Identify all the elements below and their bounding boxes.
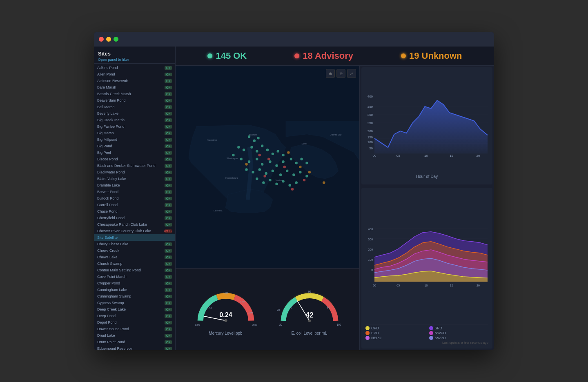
svg-text:20: 20 bbox=[477, 284, 480, 287]
sidebar-item[interactable]: Chester River Country Club LakeWARN bbox=[94, 228, 175, 234]
site-badge: OK bbox=[165, 255, 172, 259]
sidebar-item[interactable]: Deep PondOK bbox=[94, 313, 175, 319]
sidebar-item[interactable]: Beverly LakeOK bbox=[94, 110, 175, 117]
svg-text:350: 350 bbox=[368, 105, 373, 109]
site-badge: OK bbox=[165, 177, 172, 181]
map-panel[interactable]: Washington Dover Atlantic City Hagerstow… bbox=[176, 66, 359, 269]
sidebar-item[interactable]: Contee Main Settling PondOK bbox=[94, 267, 175, 273]
stat-unknown: 19 Unknown bbox=[401, 51, 462, 61]
sidebar-item[interactable]: Carroll PondOK bbox=[94, 202, 175, 208]
svg-point-16 bbox=[261, 144, 263, 147]
sidebar-item[interactable]: Brewer PondOK bbox=[94, 189, 175, 195]
site-badge: OK bbox=[165, 197, 172, 200]
sidebar-item[interactable]: Atkinson ReservoirOK bbox=[94, 78, 175, 84]
sidebar-item[interactable]: Bramble LakeOK bbox=[94, 182, 175, 189]
legend-label: CPD bbox=[371, 326, 379, 330]
sidebar-item[interactable]: Chase PondOK bbox=[94, 208, 175, 215]
sidebar-item[interactable]: Church SwampOK bbox=[94, 260, 175, 267]
left-panels: Washington Dover Atlantic City Hagerstow… bbox=[176, 66, 359, 350]
sidebar-item[interactable]: Bell MarshOK bbox=[94, 104, 175, 110]
map-fullscreen-button[interactable]: ⤢ bbox=[347, 69, 356, 78]
sidebar-item[interactable]: Chews LakeOK bbox=[94, 254, 175, 260]
sidebar-item[interactable]: Depot PondOK bbox=[94, 319, 175, 326]
sidebar-item[interactable]: Chevy Chase LakeOK bbox=[94, 241, 175, 247]
sidebar-item[interactable]: Blscoe PondOK bbox=[94, 156, 175, 162]
site-name: Chews Lake bbox=[97, 255, 163, 259]
site-name: Chase Pond bbox=[97, 209, 163, 213]
svg-text:250: 250 bbox=[368, 121, 373, 125]
svg-point-58 bbox=[299, 166, 301, 168]
svg-point-44 bbox=[262, 181, 265, 184]
site-badge: OK bbox=[165, 171, 172, 174]
map-zoom-out-button[interactable]: ⊖ bbox=[336, 69, 345, 78]
sidebar-item[interactable]: Blackwater PondOK bbox=[94, 169, 175, 175]
sidebar-filter-link[interactable]: Open panel to filter bbox=[98, 58, 171, 62]
sidebar-item[interactable]: Big PondOK bbox=[94, 143, 175, 149]
sidebar-item[interactable]: Cunningham SwampOK bbox=[94, 293, 175, 300]
svg-point-13 bbox=[243, 149, 245, 151]
app-body: Sites Open panel to filter Adkins PondOK… bbox=[94, 47, 494, 350]
site-name: Cypress Swamp bbox=[97, 301, 163, 305]
legend-dot bbox=[365, 326, 370, 330]
sidebar-item[interactable]: Adkins PondOK bbox=[94, 64, 175, 71]
svg-point-41 bbox=[299, 171, 301, 173]
site-name: Deep Creek Lake bbox=[97, 307, 163, 311]
svg-text:05: 05 bbox=[396, 154, 400, 158]
sidebar-item[interactable]: Chesapeake Ranch Club LakeOK bbox=[94, 221, 175, 228]
sidebar-item[interactable]: Big PoolOK bbox=[94, 149, 175, 156]
svg-point-15 bbox=[256, 150, 258, 152]
sidebar-item[interactable]: Cypress SwampOK bbox=[94, 300, 175, 306]
site-badge: OK bbox=[165, 144, 172, 148]
sidebar-item[interactable]: Big MillpondOK bbox=[94, 136, 175, 143]
site-badge: OK bbox=[165, 282, 172, 285]
sidebar-item[interactable]: Blairs Valley LakeOK bbox=[94, 175, 175, 182]
svg-point-17 bbox=[266, 149, 269, 151]
svg-text:Hagerstown: Hagerstown bbox=[207, 139, 217, 141]
minimize-dot[interactable] bbox=[106, 37, 111, 42]
legend-dot bbox=[365, 336, 370, 340]
sidebar-item[interactable]: Drum Point PondOK bbox=[94, 339, 175, 345]
svg-text:20: 20 bbox=[277, 309, 280, 311]
sidebar-item[interactable]: Bullock PondOK bbox=[94, 195, 175, 202]
site-name: Edgemount Reservoir bbox=[97, 346, 163, 350]
sidebar-item[interactable]: Druid LakeOK bbox=[94, 332, 175, 339]
sidebar-item[interactable]: Deep Creek LakeOK bbox=[94, 306, 175, 313]
sidebar-item[interactable]: Big Creek MarshOK bbox=[94, 117, 175, 123]
sidebar-list[interactable]: Adkins PondOKAllen PondOKAtkinson Reserv… bbox=[94, 64, 175, 350]
sidebar-item[interactable]: Cove Point MarshOK bbox=[94, 273, 175, 280]
site-badge: OK bbox=[165, 275, 172, 279]
site-badge: OK bbox=[165, 295, 172, 298]
svg-text:20: 20 bbox=[279, 323, 283, 326]
map-zoom-in-button[interactable]: ⊕ bbox=[326, 69, 335, 78]
right-charts: 400 350 300 250 200 150 100 50 bbox=[359, 66, 494, 350]
site-badge: OK bbox=[165, 269, 172, 272]
legend-item: EPD bbox=[365, 331, 425, 335]
site-badge: OK bbox=[165, 184, 172, 187]
legend-item: CPD bbox=[365, 326, 425, 330]
close-dot[interactable] bbox=[99, 37, 104, 42]
svg-point-52 bbox=[283, 166, 286, 168]
svg-text:15: 15 bbox=[450, 154, 453, 158]
sidebar-item[interactable]: Site Satellite bbox=[94, 234, 175, 241]
sidebar-header: Sites Open panel to filter bbox=[94, 47, 175, 64]
sidebar-item[interactable]: Cropper PondOK bbox=[94, 280, 175, 286]
sidebar-item[interactable]: Edgemount ReservoirOK bbox=[94, 345, 175, 350]
sidebar-item[interactable]: Chews CreekOK bbox=[94, 247, 175, 254]
gauge-panel: 0.00 0.50 1.00 1.50 2.00 2.50 0.24 bbox=[176, 269, 359, 350]
title-bar bbox=[94, 32, 494, 47]
site-name: Chester River Country Club Lake bbox=[97, 229, 163, 233]
sidebar-item[interactable]: Black and Decker Stormwater PondOK bbox=[94, 162, 175, 169]
sidebar-item[interactable]: Cunningham LakeOK bbox=[94, 286, 175, 293]
sidebar-item[interactable]: Allen PondOK bbox=[94, 71, 175, 78]
sidebar-item[interactable]: Cherryfield PondOK bbox=[94, 215, 175, 221]
sidebar-item[interactable]: Beaverdam PondOK bbox=[94, 97, 175, 104]
sidebar-item[interactable]: Bare MarshOK bbox=[94, 84, 175, 91]
site-badge: OK bbox=[165, 216, 172, 220]
maximize-dot[interactable] bbox=[114, 37, 118, 42]
sidebar-item[interactable]: Beards Creek MarshOK bbox=[94, 91, 175, 97]
sidebar-item[interactable]: Dower House PondOK bbox=[94, 326, 175, 332]
site-name: Big Fairlee Pond bbox=[97, 124, 163, 129]
sidebar-item[interactable]: Big Fairlee PondOK bbox=[94, 123, 175, 130]
sidebar-item[interactable]: Big MarshOK bbox=[94, 130, 175, 136]
multi-chart-panel: 400 300 200 100 0 bbox=[361, 188, 492, 349]
